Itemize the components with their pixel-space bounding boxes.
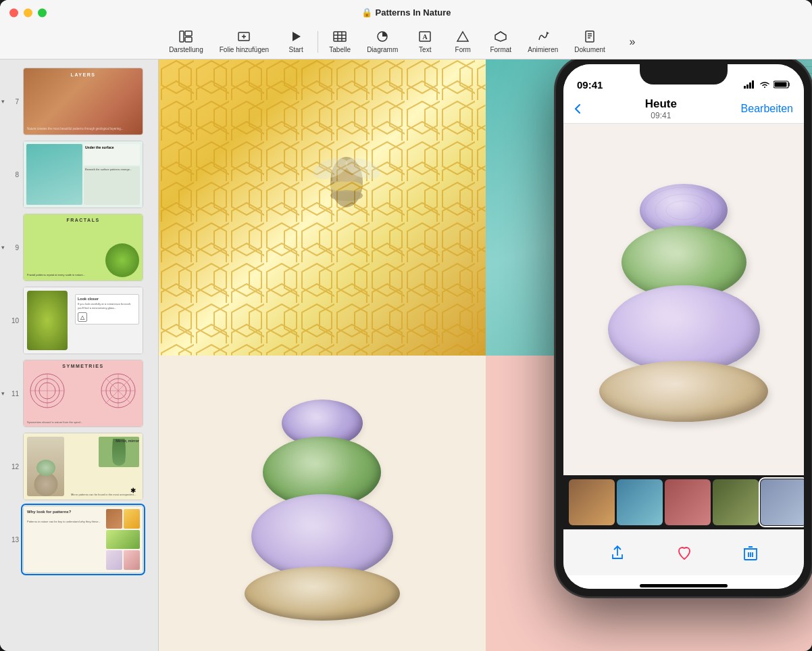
more-icon: » [629, 37, 635, 47]
slide-thumb-9[interactable]: FRACTALS Fractal patterns repeat at ever… [23, 214, 143, 281]
signal-icon [744, 80, 756, 89]
phone-main-image [563, 124, 804, 475]
phone-thumb-2[interactable] [617, 479, 663, 525]
share-button[interactable] [609, 545, 626, 561]
battery-icon [773, 80, 790, 89]
window-controls [9, 8, 47, 17]
slide-item-9[interactable]: ▾ 9 FRACTALS Fractal patterns repeat at … [0, 211, 158, 284]
slide-label-8-1: Under the surface [84, 144, 140, 165]
back-button[interactable] [574, 103, 581, 114]
like-button[interactable] [676, 545, 692, 561]
slide-panel: ▾ 7 LAYERS Nature creates the most beaut… [0, 59, 159, 651]
slide-item-10[interactable]: 10 Look closer If you look carefully at … [0, 284, 158, 357]
tabelle-label: Tabelle [329, 46, 351, 53]
toolbar-item-diagramm[interactable]: Diagramm [360, 28, 405, 56]
toolbar-item-format[interactable]: Format [483, 28, 518, 56]
mac-window: 🔒 Patterns In Nature Darstellung [0, 0, 812, 651]
svg-point-71 [666, 201, 701, 220]
diagramm-icon [376, 30, 389, 45]
slide-thumb-10[interactable]: Look closer If you look carefully at a r… [23, 287, 143, 354]
toolbar-divider-1 [318, 31, 318, 53]
svg-rect-2 [185, 37, 192, 42]
phone-nav-title-sub: 09:41 [645, 111, 677, 120]
toolbar-item-text[interactable]: A Text [407, 28, 442, 56]
minimize-button[interactable] [24, 8, 32, 17]
svg-marker-17 [547, 32, 549, 34]
toolbar-item-darstellung[interactable]: Darstellung [162, 28, 210, 56]
svg-rect-66 [752, 80, 754, 89]
slide-number-12: 12 [5, 463, 19, 471]
toolbar: Darstellung Folie hinzufügen [151, 26, 661, 59]
slide-thumb-12[interactable]: Mirror, mirror Mirror patterns can be fo… [23, 433, 143, 500]
phone-thumbnail-strip [563, 475, 804, 529]
back-chevron-icon [574, 103, 581, 114]
svg-rect-63 [744, 86, 746, 89]
slide-thumb-11[interactable]: SYMMETRIES Symmetries abound in nature f… [23, 360, 143, 427]
form-icon [456, 30, 470, 45]
slide-label-11: SYMMETRIES [62, 364, 103, 368]
slide-item-8[interactable]: 8 Under the surface Beneath the surface … [0, 138, 158, 211]
slide-thumb-13[interactable]: Why look for patterns? Patterns in natur… [23, 506, 143, 573]
text-icon: A [418, 30, 432, 45]
phone-thumb-5-selected[interactable] [761, 479, 804, 525]
diagramm-label: Diagramm [367, 46, 398, 53]
phone-time: 09:41 [577, 79, 603, 91]
phone-overlay: 09:41 [555, 59, 812, 610]
form-label: Form [455, 46, 471, 53]
delete-button[interactable] [743, 545, 758, 561]
toolbar-item-folie[interactable]: Folie hinzufügen [213, 28, 276, 56]
animieren-icon [536, 30, 550, 45]
toolbar-item-more[interactable]: » [615, 34, 650, 50]
slide-label-8-2: Beneath the surface patterns emerge... [84, 166, 140, 205]
slide-thumb-8[interactable]: Under the surface Beneath the surface pa… [23, 141, 143, 208]
toolbar-item-tabelle[interactable]: Tabelle [322, 28, 357, 56]
bearbeiten-button[interactable]: Bearbeiten [741, 103, 793, 115]
phone-status-icons [744, 80, 790, 89]
toolbar-item-dokument[interactable]: Dokument [567, 28, 612, 56]
tabelle-icon [333, 30, 347, 45]
toolbar-item-start[interactable]: Start [278, 28, 313, 56]
svg-point-40 [330, 190, 363, 201]
start-label: Start [289, 46, 303, 53]
format-icon [494, 30, 507, 45]
start-icon [290, 30, 302, 45]
close-button[interactable] [9, 8, 18, 17]
svg-point-70 [655, 194, 712, 226]
toolbar-item-animieren[interactable]: Animieren [521, 28, 565, 56]
phone-notch [640, 64, 728, 85]
slide-label-7: LAYERS [71, 72, 96, 77]
svg-rect-65 [749, 82, 751, 89]
slide-item-12[interactable]: 12 Mirror, mirror Mirror patterns can be… [0, 430, 158, 503]
toolbar-item-form[interactable]: Form [445, 28, 480, 56]
slide-item-7[interactable]: ▾ 7 LAYERS Nature creates the most beaut… [0, 65, 158, 138]
format-label: Format [490, 46, 511, 53]
slide-item-13[interactable]: 13 Why look for patterns? Patterns in na… [0, 503, 158, 576]
title-bar: 🔒 Patterns In Nature Darstellung [0, 0, 812, 59]
quad-honeybee [159, 59, 486, 356]
svg-rect-0 [180, 31, 184, 42]
collapse-arrow-7[interactable]: ▾ [1, 98, 5, 105]
darstellung-icon [179, 30, 193, 45]
darstellung-label: Darstellung [169, 46, 203, 53]
svg-rect-68 [775, 82, 787, 87]
dokument-icon [583, 30, 597, 45]
phone-thumb-4[interactable] [713, 479, 759, 525]
collapse-arrow-11[interactable]: ▾ [1, 390, 5, 397]
svg-rect-64 [746, 85, 748, 89]
slide-thumb-7[interactable]: LAYERS Nature creates the most beautiful… [23, 68, 143, 135]
svg-text:A: A [423, 33, 428, 41]
phone-thumb-1[interactable] [569, 479, 615, 525]
slide-item-11[interactable]: ▾ 11 SYMMETRIES Symmetries abound in nat… [0, 357, 158, 430]
phone-frame: 09:41 [555, 59, 812, 597]
main-area: ▾ 7 LAYERS Nature creates the most beaut… [0, 59, 812, 651]
slide-number-9: 9 [5, 244, 19, 251]
svg-marker-6 [293, 32, 301, 41]
svg-rect-1 [185, 31, 192, 36]
quad-urchins-stack [159, 356, 486, 652]
slide-label-9: FRACTALS [66, 218, 99, 222]
phone-nav: Heute 09:41 Bearbeiten [563, 94, 804, 124]
collapse-arrow-9[interactable]: ▾ [1, 244, 5, 251]
maximize-button[interactable] [38, 8, 47, 17]
phone-thumb-3[interactable] [665, 479, 711, 525]
phone-nav-title: Heute 09:41 [645, 97, 677, 120]
